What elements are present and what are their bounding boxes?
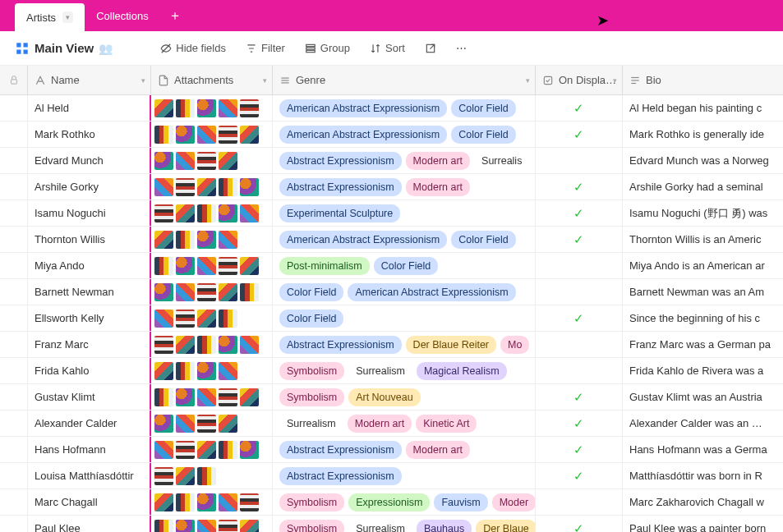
table-row[interactable]: Barnett NewmanColor FieldAmerican Abstra… — [0, 279, 783, 305]
tab-artists[interactable]: Artists ▾ — [15, 3, 85, 31]
row-handle[interactable] — [0, 174, 28, 200]
cell-genre[interactable]: Post-minimalismColor Field — [273, 253, 536, 278]
attachment-thumb[interactable] — [197, 336, 216, 354]
cell-attachments[interactable] — [151, 463, 273, 488]
add-tab-button[interactable]: ＋ — [160, 0, 190, 31]
cell-genre[interactable]: Abstract ExpressionismModern artSurreali… — [273, 148, 536, 173]
cell-name[interactable]: Miya Ando — [28, 253, 151, 278]
cell-attachments[interactable] — [151, 384, 273, 410]
cell-attachments[interactable] — [151, 516, 273, 532]
table-row[interactable]: Frida KahloSymbolismSurrealismMagical Re… — [0, 358, 783, 384]
table-row[interactable]: Isamu NoguchiExperimental Sculpture✓Isam… — [0, 200, 783, 227]
row-handle[interactable] — [0, 463, 28, 488]
cell-name[interactable]: Franz Marc — [28, 332, 151, 357]
attachment-thumb[interactable] — [240, 388, 259, 406]
attachment-thumb[interactable] — [154, 493, 173, 511]
attachment-thumb[interactable] — [197, 493, 216, 511]
cell-on-display[interactable]: ✓ — [536, 410, 623, 436]
attachment-thumb[interactable] — [219, 336, 237, 354]
cell-attachments[interactable] — [151, 148, 273, 173]
attachment-thumb[interactable] — [176, 204, 195, 222]
attachment-thumb[interactable] — [197, 310, 216, 328]
genre-pill[interactable]: Magical Realism — [417, 362, 507, 380]
cell-attachments[interactable] — [151, 489, 273, 515]
attachment-thumb[interactable] — [176, 336, 195, 354]
cell-bio[interactable]: Matthíasdóttir was born in R — [623, 463, 783, 488]
attachment-thumb[interactable] — [176, 283, 195, 301]
attachment-thumb[interactable] — [176, 231, 195, 249]
genre-pill[interactable]: Art Nouveau — [348, 388, 420, 406]
genre-pill[interactable]: Bauhaus — [417, 520, 472, 533]
cell-name[interactable]: Marc Chagall — [28, 489, 151, 515]
cell-genre[interactable]: American Abstract ExpressionismColor Fie… — [273, 122, 536, 147]
genre-pill[interactable]: Surrealism — [279, 415, 343, 433]
cell-name[interactable]: Gustav Klimt — [28, 384, 151, 410]
column-attachments[interactable]: Attachments ▾ — [151, 66, 273, 94]
cell-name[interactable]: Frida Kahlo — [28, 358, 151, 383]
attachment-thumb[interactable] — [219, 126, 237, 144]
attachment-thumb[interactable] — [219, 204, 237, 222]
attachment-thumb[interactable] — [197, 415, 216, 433]
cell-name[interactable]: Mark Rothko — [28, 122, 151, 147]
attachment-thumb[interactable] — [154, 441, 173, 459]
row-handle[interactable] — [0, 358, 28, 383]
cell-genre[interactable]: Abstract ExpressionismModern art — [273, 174, 536, 200]
attachment-thumb[interactable] — [176, 388, 195, 406]
attachment-thumb[interactable] — [240, 441, 259, 459]
cell-attachments[interactable] — [151, 253, 273, 278]
tab-collections[interactable]: Collections — [85, 0, 160, 31]
cell-bio[interactable]: Frida Kahlo de Rivera was a — [623, 358, 783, 383]
attachment-thumb[interactable] — [176, 257, 195, 275]
cell-name[interactable]: Alexander Calder — [28, 410, 151, 436]
attachment-thumb[interactable] — [154, 336, 173, 354]
attachment-thumb[interactable] — [154, 467, 173, 485]
attachment-thumb[interactable] — [154, 231, 173, 249]
genre-pill[interactable]: Kinetic Art — [416, 415, 477, 433]
attachment-thumb[interactable] — [197, 126, 216, 144]
table-row[interactable]: Mark RothkoAmerican Abstract Expressioni… — [0, 122, 783, 148]
row-handle[interactable] — [0, 122, 28, 147]
attachment-thumb[interactable] — [219, 99, 237, 117]
cell-bio[interactable]: Barnett Newman was an Am — [623, 279, 783, 305]
table-row[interactable]: Miya AndoPost-minimalismColor FieldMiya … — [0, 253, 783, 279]
genre-pill[interactable]: Modern art — [406, 441, 470, 459]
attachment-thumb[interactable] — [176, 99, 195, 117]
cell-name[interactable]: Arshile Gorky — [28, 174, 151, 200]
attachment-thumb[interactable] — [197, 441, 216, 459]
attachment-thumb[interactable] — [176, 362, 195, 380]
group-button[interactable]: Group — [298, 39, 357, 57]
attachment-thumb[interactable] — [197, 362, 216, 380]
table-row[interactable]: Arshile GorkyAbstract ExpressionismModer… — [0, 174, 783, 200]
row-handle[interactable] — [0, 227, 28, 252]
table-row[interactable]: Al HeldAmerican Abstract ExpressionismCo… — [0, 95, 783, 122]
cell-on-display[interactable]: ✓ — [536, 437, 623, 462]
cell-bio[interactable]: Since the beginning of his c — [623, 305, 783, 331]
genre-pill[interactable]: Expressionism — [348, 493, 430, 511]
genre-pill[interactable]: Symbolism — [279, 388, 344, 406]
cell-genre[interactable]: Abstract Expressionism — [273, 463, 536, 488]
table-row[interactable]: Ellsworth KellyColor Field✓Since the beg… — [0, 305, 783, 332]
more-button[interactable]: ⋯ — [449, 39, 473, 57]
cell-bio[interactable]: Franz Marc was a German pa — [623, 332, 783, 357]
column-on-display[interactable]: On Displa… ▾ — [536, 66, 623, 94]
genre-pill[interactable]: Modern art — [406, 152, 470, 170]
attachment-thumb[interactable] — [176, 152, 195, 170]
attachment-thumb[interactable] — [240, 257, 259, 275]
genre-pill[interactable]: American Abstract Expressionism — [348, 283, 515, 301]
attachment-thumb[interactable] — [240, 99, 259, 117]
cell-on-display[interactable]: ✓ — [536, 122, 623, 147]
column-genre[interactable]: Genre ▾ — [273, 66, 536, 94]
cell-bio[interactable]: Isamu Noguchi (野口 勇) was — [623, 200, 783, 226]
genre-pill[interactable]: Abstract Expressionism — [279, 467, 402, 485]
attachment-thumb[interactable] — [219, 388, 237, 406]
genre-pill[interactable]: Color Field — [279, 283, 343, 301]
genre-pill[interactable]: Fauvism — [434, 493, 487, 511]
cell-attachments[interactable] — [151, 279, 273, 305]
cell-genre[interactable]: Abstract ExpressionismModern art — [273, 437, 536, 462]
attachment-thumb[interactable] — [219, 415, 237, 433]
attachment-thumb[interactable] — [219, 362, 237, 380]
cell-bio[interactable]: Gustav Klimt was an Austria — [623, 384, 783, 410]
chevron-down-icon[interactable]: ▾ — [526, 76, 530, 85]
row-handle[interactable] — [0, 253, 28, 278]
attachment-thumb[interactable] — [176, 441, 195, 459]
